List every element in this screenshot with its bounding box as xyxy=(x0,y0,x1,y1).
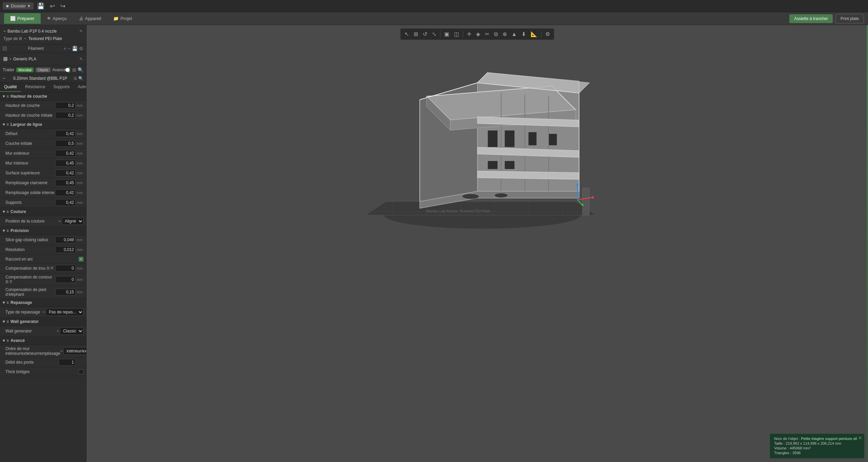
setting-ci-label: Couche initiale xyxy=(5,141,55,146)
profile-copy-icon[interactable]: ⧉ xyxy=(74,76,77,81)
setting-dp-label: Débit des ponts xyxy=(5,360,59,365)
section-largeur-ligne[interactable]: ▾ ≡ Largeur de ligne xyxy=(0,120,86,129)
filament-remove-icon[interactable]: − xyxy=(68,46,71,51)
tool-move[interactable]: ✛ xyxy=(465,30,473,38)
traiter-grid-icon[interactable]: ⊞ xyxy=(72,67,76,73)
filament-settings-icon[interactable]: ⚙ xyxy=(79,46,83,51)
info-volume-label: Volume : xyxy=(774,446,789,450)
tab-supports-label: Supports xyxy=(53,84,70,89)
profile-search-icon[interactable]: 🔍 xyxy=(78,76,83,81)
section-precision[interactable]: ▾ ≡ Précision xyxy=(0,227,86,235)
tool-grid[interactable]: ⊞ xyxy=(412,30,420,38)
tool-cut[interactable]: ✂ xyxy=(483,30,491,38)
tab-supports[interactable]: Supports xyxy=(49,82,74,92)
nav-projet[interactable]: 📁 Projet xyxy=(107,13,138,24)
printer-edit-icon[interactable]: ✎ xyxy=(79,29,83,34)
filament-save-icon[interactable]: 💾 xyxy=(72,46,78,51)
info-volume-value: 445068 mm³ xyxy=(790,446,811,450)
setting-ss-input[interactable] xyxy=(55,170,76,176)
setting-pc-select[interactable]: Aligné xyxy=(62,217,83,225)
filament-name-row[interactable]: ~ Generic PLA ✎ xyxy=(3,55,83,63)
setting-ct-input[interactable] xyxy=(55,265,76,272)
filament-name-edit-icon[interactable]: ✎ xyxy=(79,57,83,61)
nav-appareil-icon: 🖨 xyxy=(79,16,83,21)
section-prec-icon: ≡ xyxy=(6,228,9,233)
nav-appareil-label: Appareil xyxy=(85,16,101,21)
settings-content: ▾ ≡ Hauteur de couche Hauteur de couche … xyxy=(0,92,86,462)
tool-view1[interactable]: ▣ xyxy=(442,30,451,38)
nav-appareil[interactable]: 🖨 Appareil xyxy=(73,13,107,24)
redo-button[interactable]: ↪ xyxy=(58,2,67,11)
tool-seam[interactable]: ⊕ xyxy=(500,30,509,38)
traiter-search-icon[interactable]: 🔍 xyxy=(78,67,83,73)
setting-position-couture: Position de la couture ~ Aligné xyxy=(0,216,86,227)
setting-hi-input[interactable] xyxy=(55,112,76,119)
tool-orient[interactable]: ◈ xyxy=(474,30,482,38)
traiter-badge-objets[interactable]: Objets xyxy=(36,68,51,72)
section-wall-gen[interactable]: ▾ ≡ Wall generator xyxy=(0,317,86,326)
filament-add-icon[interactable]: + xyxy=(64,46,66,51)
setting-rsi-input[interactable] xyxy=(55,189,76,196)
setting-tb-checkbox[interactable] xyxy=(79,369,83,374)
setting-rc-input[interactable] xyxy=(55,179,76,186)
setting-couche-initiale: Couche initiale mm xyxy=(0,139,86,149)
section-repassage[interactable]: ▾ ≡ Repassage xyxy=(0,299,86,307)
section-couture[interactable]: ▾ ≡ Couture xyxy=(0,208,86,216)
tab-resistance-label: Résistance xyxy=(25,84,45,89)
setting-sw-label: Supports xyxy=(5,200,55,205)
tab-autre-label: Autre xyxy=(78,84,86,89)
setting-sg-wrap: mm xyxy=(55,236,83,243)
tool-select[interactable]: ↖ xyxy=(402,30,411,38)
viewport: ↖ ⊞ ↺ ⤡ ▣ ◫ ✛ ◈ ✂ ⧉ ⊕ ▲ ⬇ 📐 ⚙ xyxy=(86,25,868,462)
setting-wg-select[interactable]: Classic xyxy=(60,327,83,335)
section-avance[interactable]: ▾ ≡ Avancé xyxy=(0,336,86,345)
bed-type-tilde: ~ xyxy=(24,36,26,41)
top-bar: ■ Dossier ▾ 💾 ↩ ↪ xyxy=(0,0,868,12)
tool-view2[interactable]: ◫ xyxy=(452,30,461,38)
setting-ra-checkbox[interactable]: ✓ xyxy=(79,257,83,262)
setting-tr-select[interactable]: Pas de repas... xyxy=(46,308,83,316)
setting-hc-input-wrap: mm xyxy=(55,102,83,109)
setting-cc-input[interactable] xyxy=(55,276,76,283)
scene-area[interactable]: Bambu Lab Bambu Textured PEI Plate xyxy=(86,25,868,462)
tool-modifier[interactable]: ▲ xyxy=(510,30,519,38)
setting-cp-input[interactable] xyxy=(55,289,76,295)
tool-rotate[interactable]: ↺ xyxy=(421,30,429,38)
nav-apercu[interactable]: 👁 Aperçu xyxy=(41,13,73,24)
setting-rsi-unit: mm xyxy=(77,191,83,195)
slice-button[interactable]: Assiette à trancher xyxy=(789,14,833,23)
tab-qualite[interactable]: Qualité xyxy=(0,82,21,92)
tool-support[interactable]: ⧉ xyxy=(492,30,500,38)
setting-mi-input[interactable] xyxy=(55,160,76,167)
print-plate-button[interactable]: Print plate xyxy=(835,14,864,23)
tab-autre[interactable]: Autre xyxy=(74,82,86,92)
info-close-button[interactable]: ✕ xyxy=(858,435,862,441)
section-hauteur-couche[interactable]: ▾ ≡ Hauteur de couche xyxy=(0,92,86,101)
tool-measure[interactable]: 📐 xyxy=(529,30,539,38)
traiter-badge-mondial[interactable]: Mondial xyxy=(16,68,34,72)
setting-me-input[interactable] xyxy=(55,150,76,157)
setting-sg-input[interactable] xyxy=(55,236,76,243)
tool-settings[interactable]: ⚙ xyxy=(543,30,552,38)
save-button[interactable]: 💾 xyxy=(35,2,46,11)
setting-ci-input[interactable] xyxy=(55,140,76,147)
setting-defaut-input[interactable] xyxy=(55,130,76,137)
setting-res-input[interactable] xyxy=(55,246,76,253)
section-rep-icon: ≡ xyxy=(6,300,9,305)
undo-button[interactable]: ↩ xyxy=(48,2,57,11)
section-rep-arrow: ▾ xyxy=(3,300,5,305)
section-hc-icon: ≡ xyxy=(6,94,9,99)
tool-facedown[interactable]: ⬇ xyxy=(519,30,528,38)
setting-om-select[interactable]: intérieur/ext... xyxy=(63,347,86,355)
tab-resistance[interactable]: Résistance xyxy=(21,82,49,92)
setting-hc-input[interactable] xyxy=(55,102,76,109)
setting-comp-pied: Compensation de pied d'éléphant mm xyxy=(0,286,86,299)
printer-name-row[interactable]: ~ Bambu Lab P1P 0.4 nozzle ✎ xyxy=(3,27,83,35)
traiter-toggle[interactable] xyxy=(68,67,70,73)
tool-scale[interactable]: ⤡ xyxy=(430,30,438,38)
setting-mi-wrap: mm xyxy=(55,160,83,167)
brand-button[interactable]: ■ Dossier ▾ xyxy=(3,2,34,9)
nav-preparer[interactable]: ⬜ Préparer xyxy=(4,13,41,24)
setting-sw-input[interactable] xyxy=(55,199,76,206)
setting-dp-input[interactable] xyxy=(59,359,76,366)
